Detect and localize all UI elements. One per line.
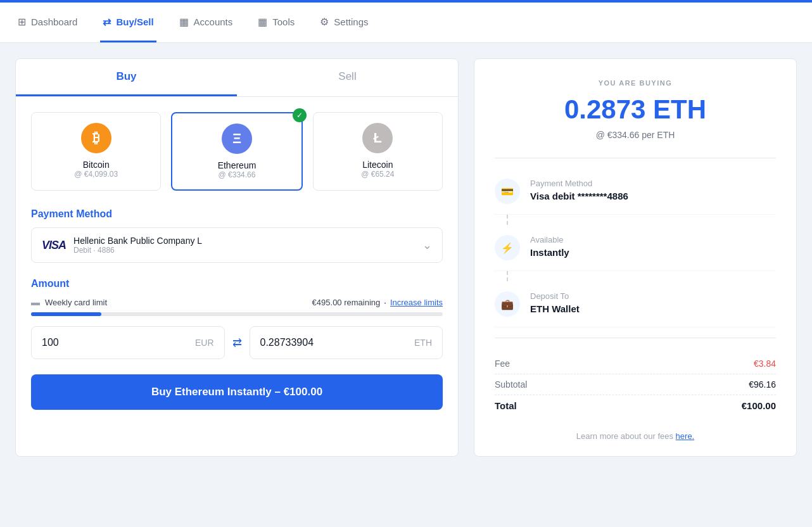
buy-amount-display: 0.2873 ETH [495, 94, 776, 125]
deposit-icon: 💼 [495, 291, 520, 317]
eth-currency: ETH [414, 338, 432, 348]
eur-currency: EUR [195, 338, 214, 348]
progress-bar-fill [31, 312, 101, 316]
buy-button[interactable]: Buy Ethereum Instantly – €100.00 [31, 374, 443, 410]
nav-tools[interactable]: ▦ Tools [255, 3, 297, 42]
payment-method-icon: 💳 [495, 179, 520, 204]
weekly-limit-row: ▬ Weekly card limit [31, 297, 107, 307]
deposit-content: Deposit To ETH Wallet [530, 291, 580, 314]
nav-buysell-label: Buy/Sell [116, 16, 153, 27]
amount-inputs: 100 EUR ⇄ 0.28733904 ETH [31, 326, 443, 359]
dashboard-icon: ⊞ [18, 16, 26, 28]
connector-2 [507, 271, 776, 281]
main-layout: Buy Sell ₿ Bitcoin @ €4,099.03 ✓ Ξ Ether… [0, 43, 812, 472]
eth-value: 0.28733904 [260, 337, 314, 348]
payment-method-content: Payment Method Visa debit ********4886 [530, 179, 628, 201]
divider-2 [495, 338, 776, 338]
litecoin-price: @ €65.24 [324, 170, 432, 179]
litecoin-name: Litecoin [324, 160, 432, 170]
accounts-icon: ▦ [179, 16, 189, 28]
payment-bank-name: Hellenic Bank Public Company L [73, 236, 202, 246]
bitcoin-icon: ₿ [81, 123, 111, 153]
weekly-limit-label: Weekly card limit [45, 298, 107, 307]
litecoin-icon: Ł [362, 123, 393, 153]
available-row: ⚡ Available Instantly [495, 225, 776, 271]
crypto-card-litecoin[interactable]: Ł Litecoin @ €65.24 [313, 112, 443, 191]
deposit-label: Deposit To [530, 291, 580, 301]
total-value: €100.00 [742, 400, 776, 411]
available-icon: ⚡ [495, 235, 520, 260]
limit-remaining-row: €495.00 remaining · Increase limits [312, 298, 443, 307]
available-value: Instantly [530, 247, 569, 258]
fee-value: €3.84 [754, 359, 776, 369]
divider-1 [495, 158, 776, 158]
subtotal-label: Subtotal [495, 379, 527, 390]
eur-input-box[interactable]: 100 EUR [31, 326, 225, 359]
tab-buy[interactable]: Buy [16, 59, 237, 96]
ethereum-icon: Ξ [222, 124, 252, 154]
nav-settings[interactable]: ⚙ Settings [317, 3, 371, 42]
increase-limits-link[interactable]: Increase limits [390, 298, 443, 307]
crypto-selector: ₿ Bitcoin @ €4,099.03 ✓ Ξ Ethereum @ €33… [31, 112, 443, 191]
deposit-row: 💼 Deposit To ETH Wallet [495, 281, 776, 327]
fee-row: Fee €3.84 [495, 353, 776, 374]
footer-note: Learn more about our fees here. [495, 431, 776, 441]
navbar: ⊞ Dashboard ⇄ Buy/Sell ▦ Accounts ▦ Tool… [0, 3, 812, 43]
payment-card-type: Debit · 4886 [73, 246, 202, 255]
tab-sell[interactable]: Sell [237, 59, 458, 96]
fee-section: Fee €3.84 Subtotal €96.16 Total €100.00 [495, 353, 776, 416]
eur-value: 100 [42, 337, 59, 348]
subtotal-value: €96.16 [749, 379, 776, 390]
payment-method-row: 💳 Payment Method Visa debit ********4886 [495, 168, 776, 215]
ethereum-name: Ethereum [182, 160, 291, 170]
bitcoin-name: Bitcoin [42, 160, 150, 170]
limit-remaining-text: €495.00 remaining [312, 298, 381, 307]
buy-rate-display: @ €334.66 per ETH [495, 130, 776, 140]
selected-check-icon: ✓ [293, 108, 307, 122]
card-icon: ▬ [31, 297, 40, 307]
subtotal-row: Subtotal €96.16 [495, 374, 776, 395]
fees-link[interactable]: here. [676, 431, 695, 441]
nav-dashboard[interactable]: ⊞ Dashboard [15, 3, 80, 42]
nav-settings-label: Settings [334, 16, 368, 27]
tools-icon: ▦ [258, 16, 267, 28]
crypto-card-bitcoin[interactable]: ₿ Bitcoin @ €4,099.03 [31, 112, 161, 191]
tab-bar: Buy Sell [16, 59, 458, 97]
amount-section-label: Amount [31, 278, 443, 289]
fee-label: Fee [495, 359, 510, 369]
eth-input-box[interactable]: 0.28733904 ETH [250, 326, 443, 359]
nav-accounts[interactable]: ▦ Accounts [177, 3, 236, 42]
available-label: Available [530, 235, 569, 244]
nav-dashboard-label: Dashboard [31, 16, 77, 27]
left-panel: Buy Sell ₿ Bitcoin @ €4,099.03 ✓ Ξ Ether… [15, 58, 459, 457]
available-content: Available Instantly [530, 235, 569, 258]
connector-1 [507, 215, 776, 225]
chevron-down-icon: ⌄ [422, 238, 432, 252]
you-are-buying-label: YOU ARE BUYING [495, 79, 776, 87]
payment-section-label: Payment Method [31, 208, 443, 220]
nav-accounts-label: Accounts [194, 16, 233, 27]
panel-content: ₿ Bitcoin @ €4,099.03 ✓ Ξ Ethereum @ €33… [16, 97, 458, 425]
payment-method-value: Visa debit ********4886 [530, 191, 628, 201]
payment-method-selector[interactable]: VISA Hellenic Bank Public Company L Debi… [31, 227, 443, 263]
right-panel: YOU ARE BUYING 0.2873 ETH @ €334.66 per … [474, 58, 797, 457]
payment-info: Hellenic Bank Public Company L Debit · 4… [73, 236, 202, 255]
total-row: Total €100.00 [495, 395, 776, 416]
progress-bar-container [31, 312, 443, 316]
deposit-value: ETH Wallet [530, 303, 580, 314]
settings-icon: ⚙ [320, 16, 329, 28]
amount-header: ▬ Weekly card limit €495.00 remaining · … [31, 297, 443, 307]
payment-method-label: Payment Method [530, 179, 628, 188]
visa-logo: VISA [42, 239, 66, 252]
swap-icon[interactable]: ⇄ [232, 336, 242, 350]
bitcoin-price: @ €4,099.03 [42, 170, 150, 179]
buysell-icon: ⇄ [103, 16, 111, 28]
nav-tools-label: Tools [272, 16, 295, 27]
total-label: Total [495, 400, 517, 411]
crypto-card-ethereum[interactable]: ✓ Ξ Ethereum @ €334.66 [171, 112, 302, 191]
dot-separator: · [384, 298, 386, 307]
footer-text: Learn more about our fees [576, 431, 676, 441]
ethereum-price: @ €334.66 [182, 170, 291, 179]
payment-left: VISA Hellenic Bank Public Company L Debi… [42, 236, 202, 255]
nav-buysell[interactable]: ⇄ Buy/Sell [100, 3, 156, 42]
